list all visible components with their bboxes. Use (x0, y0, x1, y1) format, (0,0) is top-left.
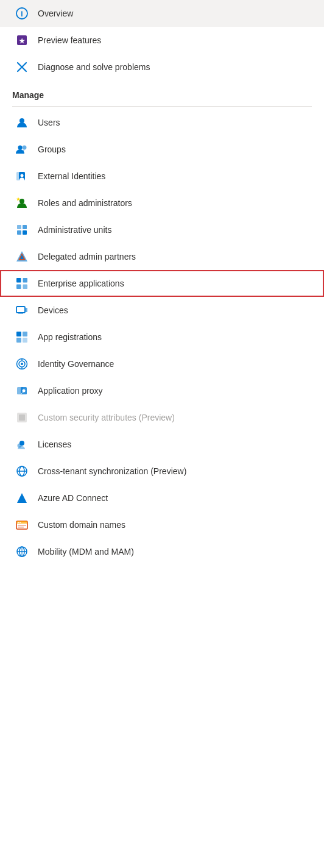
sidebar-item-enterprise-apps-label: Enterprise applications (38, 278, 124, 289)
sidebar-item-app-proxy[interactable]: Application proxy (0, 377, 324, 404)
manage-divider (12, 106, 312, 107)
sidebar-item-mobility[interactable]: Mobility (MDM and MAM) (0, 538, 324, 565)
cross-tenant-icon (12, 465, 32, 477)
svg-point-51 (19, 522, 21, 523)
admin-units-icon (12, 224, 32, 236)
svg-rect-24 (23, 285, 28, 290)
sidebar-item-external-identities[interactable]: External Identities (0, 163, 324, 190)
svg-text:i: i (21, 10, 23, 18)
sidebar-item-enterprise-apps[interactable]: Enterprise applications (0, 270, 324, 297)
identity-gov-icon (12, 358, 32, 370)
sidebar-item-preview-features[interactable]: ★ Preview features (0, 27, 324, 54)
sidebar-item-custom-domain-label: Custom domain names (38, 519, 125, 530)
sidebar-item-azure-ad-connect[interactable]: Azure AD Connect (0, 485, 324, 511)
sidebar-item-custom-domain[interactable]: Custom domain names (0, 511, 324, 538)
svg-point-11 (21, 174, 24, 177)
svg-rect-15 (23, 225, 27, 229)
svg-rect-30 (16, 338, 21, 343)
svg-point-50 (18, 522, 19, 523)
svg-marker-13 (16, 197, 20, 201)
app-proxy-icon (12, 385, 32, 397)
sidebar-item-delegated-admin-label: Delegated admin partners (38, 251, 136, 262)
sidebar-item-users[interactable]: Users (0, 109, 324, 136)
sidebar-item-overview-label: Overview (38, 8, 73, 19)
azure-ad-icon (12, 492, 32, 504)
sidebar-item-identity-governance[interactable]: Identity Governance (0, 350, 324, 377)
svg-point-6 (19, 118, 24, 123)
sidebar-item-groups-label: Groups (38, 144, 66, 155)
svg-point-8 (23, 146, 27, 150)
manage-section-header: Manage (0, 80, 324, 104)
sidebar-item-custom-security-label: Custom security attributes (Preview) (38, 412, 175, 423)
svg-point-12 (19, 199, 24, 204)
sidebar-item-mobility-label: Mobility (MDM and MAM) (38, 546, 134, 557)
sidebar-item-diagnose-label: Diagnose and solve problems (38, 62, 150, 73)
enterprise-apps-icon (12, 277, 32, 290)
sidebar-item-licenses[interactable]: Licenses (0, 431, 324, 458)
svg-rect-27 (26, 308, 27, 312)
sidebar-item-roles-label: Roles and administrators (38, 197, 132, 208)
svg-rect-29 (23, 332, 27, 336)
svg-rect-14 (17, 225, 21, 229)
sidebar-item-cross-tenant[interactable]: Cross-tenant synchronization (Preview) (0, 458, 324, 485)
svg-marker-47 (17, 493, 27, 503)
svg-rect-21 (16, 278, 21, 283)
sidebar-item-app-proxy-label: Application proxy (38, 385, 103, 396)
sidebar-item-admin-units-label: Administrative units (38, 224, 111, 235)
sidebar-item-roles[interactable]: Roles and administrators (0, 190, 324, 216)
sidebar-item-devices-label: Devices (38, 305, 68, 316)
sidebar-item-licenses-label: Licenses (38, 439, 71, 450)
sidebar-item-delegated-admin[interactable]: Delegated admin partners (0, 243, 324, 270)
sidebar-item-external-identities-label: External Identities (38, 171, 105, 182)
svg-rect-23 (16, 285, 21, 290)
svg-rect-41 (19, 414, 25, 421)
sidebar-item-devices[interactable]: Devices (0, 297, 324, 324)
sidebar-item-custom-security[interactable]: Custom security attributes (Preview) (0, 404, 324, 431)
sidebar-item-app-registrations-label: App registrations (38, 332, 102, 343)
sidebar-item-preview-features-label: Preview features (38, 35, 101, 46)
mobility-icon (12, 546, 32, 558)
custom-sec-icon (12, 411, 32, 424)
svg-text:★: ★ (19, 37, 26, 44)
sidebar-item-diagnose[interactable]: Diagnose and solve problems (0, 54, 324, 80)
svg-point-34 (21, 363, 23, 365)
sidebar-item-identity-governance-label: Identity Governance (38, 358, 114, 369)
sidebar-item-azure-ad-connect-label: Azure AD Connect (38, 493, 108, 503)
sidebar-item-admin-units[interactable]: Administrative units (0, 216, 324, 243)
svg-rect-16 (17, 230, 21, 235)
app-reg-icon (12, 331, 32, 343)
external-id-icon (12, 170, 32, 182)
user-icon (12, 116, 32, 129)
svg-rect-22 (23, 278, 28, 283)
roles-icon (12, 197, 32, 209)
group-icon (12, 143, 32, 155)
svg-rect-52 (18, 525, 26, 526)
svg-point-39 (23, 390, 26, 393)
svg-rect-26 (18, 313, 23, 314)
svg-point-7 (18, 146, 23, 150)
svg-rect-31 (23, 338, 27, 343)
sidebar-item-app-registrations[interactable]: App registrations (0, 324, 324, 350)
svg-rect-17 (23, 230, 27, 235)
info-circle-icon: i (12, 7, 32, 20)
svg-rect-25 (16, 307, 25, 313)
delegated-icon (12, 251, 32, 263)
svg-rect-53 (18, 527, 24, 528)
sidebar-item-groups[interactable]: Groups (0, 136, 324, 163)
sidebar: i Overview ★ Preview features Diagnose a… (0, 0, 324, 565)
custom-domain-icon (12, 519, 32, 531)
svg-rect-28 (16, 332, 21, 336)
sidebar-item-overview[interactable]: i Overview (0, 0, 324, 27)
devices-icon (12, 304, 32, 316)
wrench-cross-icon (12, 61, 32, 73)
sidebar-item-users-label: Users (38, 117, 60, 128)
licenses-icon (12, 438, 32, 450)
preview-star-icon: ★ (12, 34, 32, 46)
sidebar-item-cross-tenant-label: Cross-tenant synchronization (Preview) (38, 466, 186, 477)
